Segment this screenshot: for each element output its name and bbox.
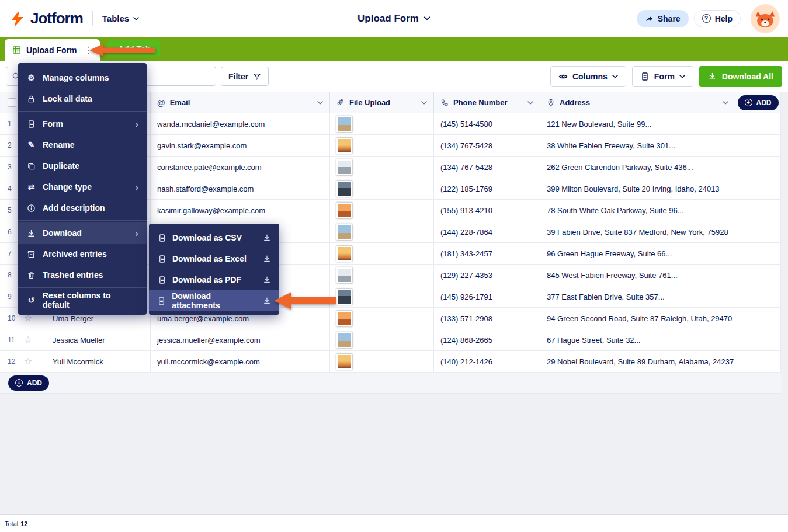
file-upload-cell[interactable] [330, 113, 434, 134]
chevron-down-icon[interactable] [527, 101, 533, 105]
phone-cell[interactable]: (155) 913-4210 [434, 200, 540, 221]
address-cell[interactable]: 67 Hague Street, Suite 32... [540, 329, 735, 350]
file-upload-cell[interactable] [330, 243, 434, 264]
star-icon[interactable]: ☆ [24, 357, 32, 366]
address-cell[interactable]: 94 Green Second Road, Suite 87 Raleigh, … [540, 308, 735, 329]
name-cell[interactable]: Yuli Mccormick [46, 351, 151, 372]
address-cell[interactable]: 39 Fabien Drive, Suite 837 Medford, New … [540, 221, 735, 242]
email-cell[interactable]: jessica.mueller@example.com [151, 329, 330, 350]
address-cell[interactable]: 121 New Boulevard, Suite 99... [540, 113, 735, 134]
phone-cell[interactable]: (181) 343-2457 [434, 243, 540, 264]
menu-item-add-description[interactable]: Add description [18, 197, 147, 218]
file-thumbnail[interactable] [336, 289, 352, 305]
phone-column-header[interactable]: Phone Number [434, 92, 540, 113]
submenu-item-download-attachments[interactable]: Download attachments [149, 290, 279, 311]
file-thumbnail[interactable] [336, 354, 352, 370]
help-button[interactable]: ? Help [694, 10, 741, 27]
phone-cell[interactable]: (133) 571-2908 [434, 308, 540, 329]
file-thumbnail[interactable] [336, 203, 352, 218]
brand-name: Jotform [30, 9, 83, 27]
file-thumbnail[interactable] [336, 332, 352, 348]
user-avatar[interactable] [752, 5, 779, 32]
tables-menu-button[interactable]: Tables [102, 13, 139, 23]
chevron-down-icon[interactable] [421, 101, 427, 105]
share-button[interactable]: Share [637, 10, 689, 27]
email-cell[interactable]: gavin.stark@example.com [151, 135, 330, 156]
phone-cell[interactable]: (145) 926-1791 [434, 286, 540, 307]
address-cell[interactable]: 38 White Fabien Freeway, Suite 301... [540, 135, 735, 156]
menu-item-duplicate[interactable]: Duplicate [18, 155, 147, 176]
email-cell[interactable]: kasimir.galloway@example.com [151, 200, 330, 221]
email-cell[interactable]: wanda.mcdaniel@example.com [151, 113, 330, 134]
file-upload-column-header[interactable]: File Upload [330, 92, 434, 113]
phone-cell[interactable]: (134) 767-5428 [434, 157, 540, 178]
star-icon[interactable]: ☆ [24, 314, 32, 323]
file-thumbnail[interactable] [336, 159, 352, 175]
file-thumbnail[interactable] [336, 116, 352, 132]
phone-cell[interactable]: (129) 227-4353 [434, 265, 540, 286]
menu-item-rename[interactable]: ✎ Rename [18, 134, 147, 155]
file-upload-cell[interactable] [330, 265, 434, 286]
menu-item-trashed-entries[interactable]: Trashed entries [18, 265, 147, 286]
phone-cell[interactable]: (140) 212-1426 [434, 351, 540, 372]
menu-item-manage-columns[interactable]: ⚙ Manage columns [18, 67, 147, 88]
file-upload-cell[interactable] [330, 221, 434, 242]
select-all-checkbox[interactable] [8, 98, 16, 107]
chevron-down-icon[interactable] [723, 101, 728, 105]
file-thumbnail[interactable] [336, 138, 352, 154]
file-upload-cell[interactable] [330, 200, 434, 221]
add-column-button[interactable]: + ADD [738, 95, 779, 110]
address-cell[interactable]: 845 West Fabien Freeway, Suite 761... [540, 265, 735, 286]
menu-item-download[interactable]: Download › [18, 222, 147, 244]
email-cell[interactable]: yuli.mccormick@example.com [151, 351, 330, 372]
file-thumbnail[interactable] [336, 246, 352, 262]
filter-button[interactable]: Filter [221, 67, 269, 86]
star-icon[interactable]: ☆ [24, 335, 32, 345]
file-thumbnail[interactable] [336, 267, 352, 283]
file-upload-cell[interactable] [330, 329, 434, 350]
file-upload-cell[interactable] [330, 286, 434, 307]
file-upload-cell[interactable] [330, 308, 434, 329]
email-cell[interactable]: nash.stafford@example.com [151, 178, 330, 199]
menu-item-archived-entries[interactable]: Archived entries [18, 244, 147, 265]
tab-upload-form[interactable]: Upload Form ⋮ [5, 39, 100, 61]
jotform-logo[interactable]: Jotform [9, 9, 83, 27]
menu-item-form[interactable]: Form › [18, 113, 147, 134]
columns-button[interactable]: Columns [550, 66, 626, 87]
address-cell[interactable]: 377 East Fabien Drive, Suite 357... [540, 286, 735, 307]
address-cell[interactable]: 96 Green Hague Freeway, Suite 66... [540, 243, 735, 264]
file-upload-cell[interactable] [330, 178, 434, 199]
address-cell[interactable]: 399 Milton Boulevard, Suite 20 Irving, I… [540, 178, 735, 199]
chevron-down-icon[interactable] [317, 101, 323, 105]
file-thumbnail[interactable] [336, 224, 352, 240]
phone-cell[interactable]: (144) 228-7864 [434, 221, 540, 242]
submenu-item-download-as-pdf[interactable]: Download as PDF [149, 269, 279, 290]
download-all-button[interactable]: Download All [699, 66, 782, 87]
address-column-header[interactable]: Address [540, 92, 735, 113]
form-button[interactable]: Form [632, 66, 693, 87]
name-cell[interactable]: Jessica Mueller [46, 329, 151, 350]
menu-item-reset-columns-to-default[interactable]: ↺ Reset columns to default [18, 290, 147, 311]
phone-cell[interactable]: (134) 767-5428 [434, 135, 540, 156]
email-column-header[interactable]: @ Email [151, 92, 330, 113]
submenu-item-download-as-csv[interactable]: Download as CSV [149, 227, 279, 248]
address-cell[interactable]: 78 South White Oak Parkway, Suite 96... [540, 200, 735, 221]
menu-item-lock-all-data[interactable]: Lock all data [18, 88, 147, 109]
email-cell[interactable]: constance.pate@example.com [151, 157, 330, 178]
address-cell[interactable]: 29 Nobel Boulevard, Suite 89 Durham, Ala… [540, 351, 735, 372]
submenu-item-download-as-excel[interactable]: Download as Excel [149, 248, 279, 269]
file-upload-cell[interactable] [330, 135, 434, 156]
menu-item-change-type[interactable]: ⇄ Change type › [18, 176, 147, 197]
add-row-button[interactable]: + ADD [8, 375, 49, 391]
file-upload-cell[interactable] [330, 351, 434, 372]
phone-cell[interactable]: (124) 868-2665 [434, 329, 540, 350]
file-thumbnail[interactable] [336, 181, 352, 197]
table-row: 11☆ Jessica Mueller jessica.mueller@exam… [0, 329, 781, 351]
file-upload-cell[interactable] [330, 157, 434, 178]
file-thumbnail[interactable] [336, 311, 352, 326]
phone-cell[interactable]: (145) 514-4580 [434, 113, 540, 134]
row-number: 7 [8, 249, 16, 258]
phone-cell[interactable]: (122) 185-1769 [434, 178, 540, 199]
address-cell[interactable]: 262 Green Clarendon Parkway, Suite 436..… [540, 157, 735, 178]
form-title-dropdown[interactable]: Upload Form [357, 13, 431, 25]
